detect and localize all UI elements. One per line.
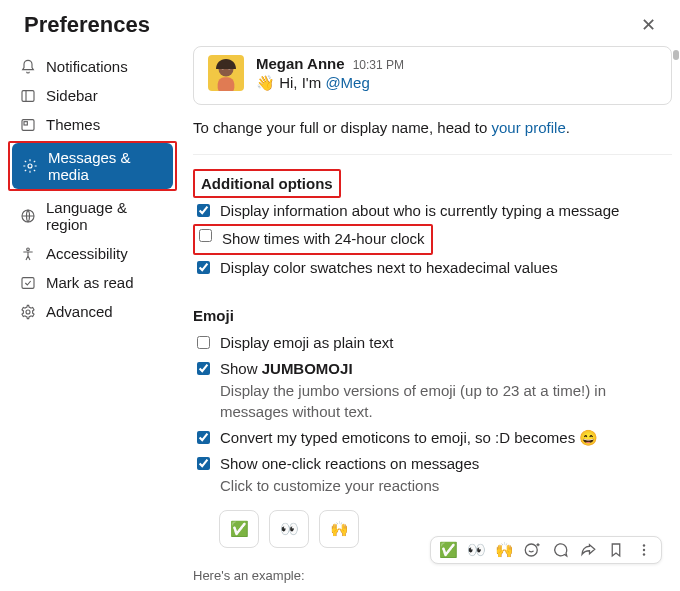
- svg-rect-9: [218, 77, 235, 91]
- your-profile-link[interactable]: your profile: [492, 119, 566, 136]
- sidebar-item-accessibility[interactable]: Accessibility: [10, 239, 177, 268]
- toolbar-reaction-raised-hands[interactable]: 🙌: [495, 541, 513, 559]
- page-title: Preferences: [24, 12, 150, 38]
- jumbomoji-sub: Display the jumbo versions of emoji (up …: [220, 381, 672, 422]
- reaction-button-eyes[interactable]: 👀: [269, 510, 309, 548]
- preview-time: 10:31 PM: [353, 58, 404, 72]
- svg-point-15: [643, 544, 645, 546]
- svg-rect-0: [22, 90, 34, 101]
- svg-point-17: [643, 553, 645, 555]
- svg-point-16: [643, 549, 645, 551]
- sidebar-item-mark-as-read[interactable]: Mark as read: [10, 268, 177, 297]
- option-label: Show one-click reactions on messages: [220, 455, 479, 472]
- svg-rect-2: [24, 121, 27, 124]
- sidebar-item-themes[interactable]: Themes: [10, 110, 177, 139]
- add-reaction-icon[interactable]: [523, 541, 541, 559]
- swatch-icon: [20, 117, 36, 133]
- option-convert-emoticons[interactable]: Convert my typed emoticons to emoji, so …: [193, 425, 672, 451]
- sidebar-item-sidebar[interactable]: Sidebar: [10, 81, 177, 110]
- one-click-sub: Click to customize your reactions: [220, 476, 479, 496]
- toolbar-reaction-eyes[interactable]: 👀: [467, 541, 485, 559]
- check-square-icon: [20, 275, 36, 291]
- bell-icon: [20, 59, 36, 75]
- checkbox-emoji-plain[interactable]: [197, 336, 210, 349]
- option-label: Display color swatches next to hexadecim…: [220, 258, 558, 278]
- checkbox-jumbomoji[interactable]: [197, 362, 210, 375]
- option-color-swatches[interactable]: Display color swatches next to hexadecim…: [193, 255, 672, 281]
- checkbox-convert-emoticons[interactable]: [197, 431, 210, 444]
- accessibility-icon: [20, 246, 36, 262]
- option-label: Display information about who is current…: [220, 201, 619, 221]
- sidebar-item-label: Sidebar: [46, 87, 98, 104]
- reaction-button-raised-hands[interactable]: 🙌: [319, 510, 359, 548]
- checkbox-24h-clock[interactable]: [199, 229, 212, 242]
- checkbox-typing[interactable]: [197, 204, 210, 217]
- highlight-24h-clock: Show times with 24-hour clock: [193, 224, 433, 254]
- option-typing-indicator[interactable]: Display information about who is current…: [193, 198, 672, 224]
- settings-icon: [22, 158, 38, 174]
- option-one-click-reactions[interactable]: Show one-click reactions on messages Cli…: [193, 451, 672, 500]
- svg-point-3: [28, 164, 32, 168]
- example-label: Here's an example:: [193, 568, 672, 583]
- sidebar-item-notifications[interactable]: Notifications: [10, 52, 177, 81]
- checkbox-color-swatches[interactable]: [197, 261, 210, 274]
- globe-icon: [20, 208, 36, 224]
- option-label: Display emoji as plain text: [220, 333, 393, 353]
- sidebar-item-label: Language & region: [46, 199, 167, 233]
- avatar: [208, 55, 244, 91]
- sidebar-item-label: Themes: [46, 116, 100, 133]
- change-name-hint: To change your full or display name, hea…: [193, 119, 672, 136]
- sidebar-item-messages-media[interactable]: Messages & media: [12, 143, 173, 189]
- divider: [193, 154, 672, 155]
- jumbomoji-label: JUMBOMOJI: [262, 360, 353, 377]
- emoji-heading: Emoji: [193, 307, 672, 324]
- svg-point-5: [27, 248, 30, 251]
- highlight-messages-media: Messages & media: [8, 141, 177, 191]
- share-icon[interactable]: [579, 541, 597, 559]
- option-emoji-plain[interactable]: Display emoji as plain text: [193, 330, 672, 356]
- message-preview-card: Megan Anne 10:31 PM 👋 Hi, I'm @Meg: [193, 46, 672, 105]
- scrollbar-thumb[interactable]: [673, 50, 679, 60]
- toolbar-reaction-check[interactable]: ✅: [439, 541, 457, 559]
- option-jumbomoji[interactable]: Show JUMBOMOJI Display the jumbo version…: [193, 356, 672, 425]
- preview-body: 👋 Hi, I'm @Meg: [256, 74, 404, 92]
- svg-rect-6: [22, 277, 34, 288]
- preview-author: Megan Anne: [256, 55, 345, 72]
- sidebar-item-label: Notifications: [46, 58, 128, 75]
- main-content: Megan Anne 10:31 PM 👋 Hi, I'm @Meg To ch…: [185, 46, 680, 586]
- sidebar-item-label: Accessibility: [46, 245, 128, 262]
- sidebar-item-label: Advanced: [46, 303, 113, 320]
- more-icon[interactable]: [635, 541, 653, 559]
- bookmark-icon[interactable]: [607, 541, 625, 559]
- option-label: Show times with 24-hour clock: [222, 229, 425, 249]
- reaction-button-check[interactable]: ✅: [219, 510, 259, 548]
- sidebar-item-label: Mark as read: [46, 274, 134, 291]
- sidebar-item-advanced[interactable]: Advanced: [10, 297, 177, 326]
- thread-icon[interactable]: [551, 541, 569, 559]
- message-actions-toolbar: ✅ 👀 🙌: [430, 536, 662, 564]
- additional-options-heading: Additional options: [193, 169, 341, 198]
- panel-icon: [20, 88, 36, 104]
- svg-point-14: [525, 544, 537, 556]
- wave-emoji: 👋: [256, 74, 275, 91]
- gear-icon: [20, 304, 36, 320]
- mention-link[interactable]: @Meg: [325, 74, 369, 91]
- option-label: Convert my typed emoticons to emoji, so …: [220, 428, 598, 448]
- svg-point-7: [26, 310, 30, 314]
- sidebar: Notifications Sidebar Themes Messages & …: [0, 46, 185, 586]
- sidebar-item-language-region[interactable]: Language & region: [10, 193, 177, 239]
- checkbox-one-click-reactions[interactable]: [197, 457, 210, 470]
- scrollbar[interactable]: [670, 50, 680, 591]
- close-button[interactable]: ✕: [641, 14, 656, 36]
- sidebar-item-label: Messages & media: [48, 149, 163, 183]
